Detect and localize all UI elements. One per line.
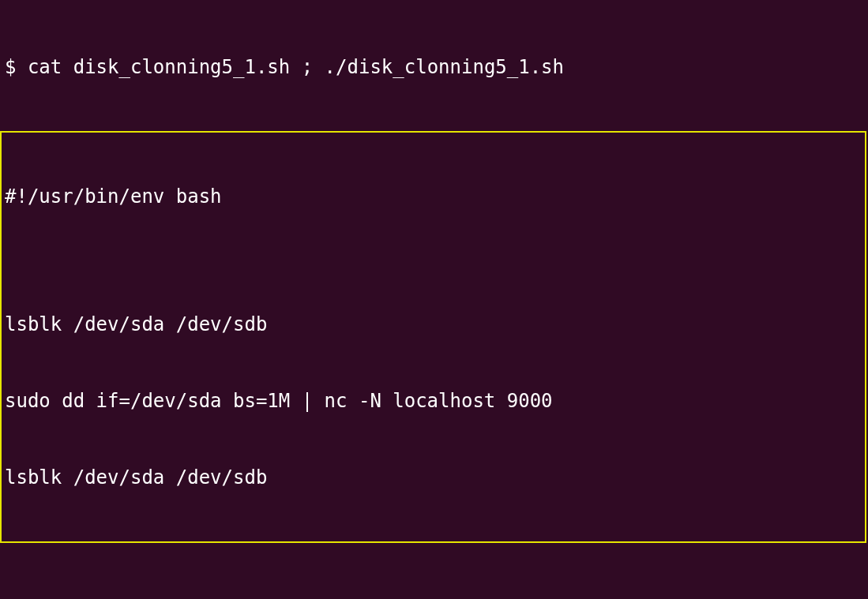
entered-command: cat disk_clonning5_1.sh ; ./disk_clonnin… <box>28 56 564 78</box>
prompt-line[interactable]: $ cat disk_clonning5_1.sh ; ./disk_clonn… <box>5 54 863 80</box>
prompt-symbol: $ <box>5 56 28 78</box>
script-line-lsblk-after: lsblk /dev/sda /dev/sdb <box>5 465 862 490</box>
script-line-dd-nc: sudo dd if=/dev/sda bs=1M | nc -N localh… <box>5 388 862 414</box>
script-contents-box: #!/usr/bin/env bash lsblk /dev/sda /dev/… <box>0 131 866 543</box>
lsblk-output-before: NAME MAJ:MIN RM SIZE RO TYPE MOUNTPOINT … <box>5 594 863 599</box>
terminal[interactable]: $ cat disk_clonning5_1.sh ; ./disk_clonn… <box>0 0 868 599</box>
script-shebang: #!/usr/bin/env bash <box>5 184 862 209</box>
script-line-lsblk-before: lsblk /dev/sda /dev/sdb <box>5 312 862 337</box>
